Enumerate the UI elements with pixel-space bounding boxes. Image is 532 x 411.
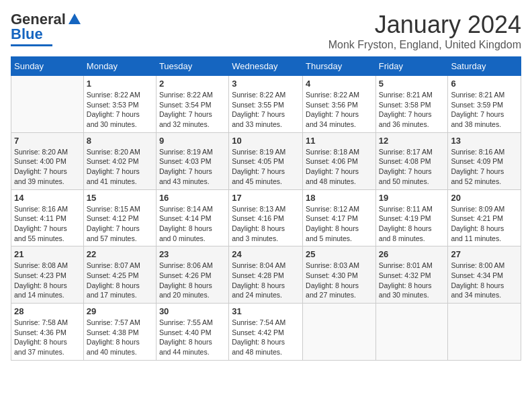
day-info: Sunrise: 8:21 AMSunset: 3:59 PMDaylight:…: [451, 90, 518, 130]
calendar-cell: 7Sunrise: 8:20 AMSunset: 4:00 PMDaylight…: [11, 132, 84, 189]
day-info: Sunrise: 8:22 AMSunset: 3:54 PMDaylight:…: [159, 90, 226, 130]
calendar-cell: 26Sunrise: 8:01 AMSunset: 4:32 PMDayligh…: [375, 246, 448, 304]
calendar-cell: 5Sunrise: 8:21 AMSunset: 3:58 PMDaylight…: [375, 76, 448, 133]
calendar-cell: 22Sunrise: 8:07 AMSunset: 4:25 PMDayligh…: [83, 246, 156, 304]
calendar-location: Monk Fryston, England, United Kingdom: [328, 39, 521, 51]
calendar-cell: 25Sunrise: 8:03 AMSunset: 4:30 PMDayligh…: [303, 246, 376, 304]
calendar-cell: 3Sunrise: 8:22 AMSunset: 3:55 PMDaylight…: [229, 76, 303, 133]
week-row-3: 14Sunrise: 8:16 AMSunset: 4:11 PMDayligh…: [11, 189, 521, 246]
day-info: Sunrise: 8:08 AMSunset: 4:23 PMDaylight:…: [14, 261, 81, 300]
day-info: Sunrise: 8:19 AMSunset: 4:03 PMDaylight:…: [159, 147, 226, 187]
weekday-header-row: SundayMondayTuesdayWednesdayThursdayFrid…: [11, 57, 521, 76]
day-number: 22: [87, 249, 153, 259]
day-number: 10: [232, 136, 300, 146]
day-info: Sunrise: 8:09 AMSunset: 4:21 PMDaylight:…: [451, 204, 518, 244]
week-row-5: 28Sunrise: 7:58 AMSunset: 4:36 PMDayligh…: [11, 304, 521, 361]
day-info: Sunrise: 8:15 AMSunset: 4:12 PMDaylight:…: [87, 204, 153, 244]
day-info: Sunrise: 8:18 AMSunset: 4:06 PMDaylight:…: [306, 147, 373, 187]
calendar-cell: 30Sunrise: 7:55 AMSunset: 4:40 PMDayligh…: [156, 304, 228, 361]
day-number: 30: [159, 306, 226, 316]
calendar-cell: 23Sunrise: 8:06 AMSunset: 4:26 PMDayligh…: [156, 246, 228, 304]
weekday-header-monday: Monday: [83, 57, 156, 76]
calendar-title: January 2024: [328, 11, 521, 39]
calendar-cell: 14Sunrise: 8:16 AMSunset: 4:11 PMDayligh…: [11, 189, 84, 246]
calendar-cell: 11Sunrise: 8:18 AMSunset: 4:06 PMDayligh…: [303, 132, 376, 189]
day-number: 7: [14, 136, 81, 146]
day-number: 28: [14, 306, 81, 316]
day-number: 27: [451, 249, 518, 259]
weekday-header-thursday: Thursday: [303, 57, 376, 76]
svg-marker-0: [69, 13, 81, 24]
day-number: 14: [14, 193, 81, 203]
day-info: Sunrise: 8:22 AMSunset: 3:56 PMDaylight:…: [306, 90, 373, 130]
calendar-cell: 19Sunrise: 8:11 AMSunset: 4:19 PMDayligh…: [375, 189, 448, 246]
calendar-cell: 27Sunrise: 8:00 AMSunset: 4:34 PMDayligh…: [448, 246, 521, 304]
day-number: 26: [379, 249, 445, 259]
calendar-cell: 21Sunrise: 8:08 AMSunset: 4:23 PMDayligh…: [11, 246, 84, 304]
day-number: 20: [451, 193, 518, 203]
day-info: Sunrise: 7:57 AMSunset: 4:38 PMDaylight:…: [87, 318, 153, 357]
day-info: Sunrise: 8:19 AMSunset: 4:05 PMDaylight:…: [232, 147, 300, 187]
day-number: 3: [232, 79, 300, 89]
calendar-cell: 29Sunrise: 7:57 AMSunset: 4:38 PMDayligh…: [83, 304, 156, 361]
day-number: 6: [451, 79, 518, 89]
day-number: 17: [232, 193, 300, 203]
calendar-cell: 6Sunrise: 8:21 AMSunset: 3:59 PMDaylight…: [448, 76, 521, 133]
day-info: Sunrise: 8:03 AMSunset: 4:30 PMDaylight:…: [306, 261, 373, 300]
calendar-cell: 2Sunrise: 8:22 AMSunset: 3:54 PMDaylight…: [156, 76, 228, 133]
day-info: Sunrise: 7:54 AMSunset: 4:42 PMDaylight:…: [232, 318, 300, 357]
day-info: Sunrise: 8:00 AMSunset: 4:34 PMDaylight:…: [451, 261, 518, 300]
calendar-cell: 18Sunrise: 8:12 AMSunset: 4:17 PMDayligh…: [303, 189, 376, 246]
weekday-header-tuesday: Tuesday: [156, 57, 228, 76]
calendar-cell: 24Sunrise: 8:04 AMSunset: 4:28 PMDayligh…: [229, 246, 303, 304]
calendar-cell: 10Sunrise: 8:19 AMSunset: 4:05 PMDayligh…: [229, 132, 303, 189]
day-number: 23: [159, 249, 226, 259]
day-number: 18: [306, 193, 373, 203]
day-number: 2: [159, 79, 226, 89]
weekday-header-friday: Friday: [375, 57, 448, 76]
day-number: 5: [379, 79, 445, 89]
day-number: 19: [379, 193, 445, 203]
day-info: Sunrise: 8:04 AMSunset: 4:28 PMDaylight:…: [232, 261, 300, 300]
day-number: 8: [87, 136, 153, 146]
week-row-1: 1Sunrise: 8:22 AMSunset: 3:53 PMDaylight…: [11, 76, 521, 133]
day-info: Sunrise: 8:22 AMSunset: 3:53 PMDaylight:…: [87, 90, 153, 130]
calendar-cell: [303, 304, 376, 361]
day-info: Sunrise: 8:20 AMSunset: 4:02 PMDaylight:…: [87, 147, 153, 187]
calendar-cell: 4Sunrise: 8:22 AMSunset: 3:56 PMDaylight…: [303, 76, 376, 133]
weekday-header-sunday: Sunday: [11, 57, 84, 76]
day-info: Sunrise: 8:20 AMSunset: 4:00 PMDaylight:…: [14, 147, 81, 187]
day-number: 21: [14, 249, 81, 259]
day-number: 25: [306, 249, 373, 259]
page-header: General Blue January 2024 Monk Fryston, …: [11, 11, 521, 51]
day-number: 11: [306, 136, 373, 146]
day-info: Sunrise: 8:16 AMSunset: 4:11 PMDaylight:…: [14, 204, 81, 244]
day-info: Sunrise: 7:58 AMSunset: 4:36 PMDaylight:…: [14, 318, 81, 357]
calendar-cell: 13Sunrise: 8:16 AMSunset: 4:09 PMDayligh…: [448, 132, 521, 189]
day-number: 1: [87, 79, 153, 89]
calendar-cell: [11, 76, 84, 133]
calendar-cell: 17Sunrise: 8:13 AMSunset: 4:16 PMDayligh…: [229, 189, 303, 246]
logo-icon: [67, 12, 82, 27]
day-info: Sunrise: 8:16 AMSunset: 4:09 PMDaylight:…: [451, 147, 518, 187]
day-number: 24: [232, 249, 300, 259]
day-number: 13: [451, 136, 518, 146]
day-info: Sunrise: 8:07 AMSunset: 4:25 PMDaylight:…: [87, 261, 153, 300]
day-info: Sunrise: 8:21 AMSunset: 3:58 PMDaylight:…: [379, 90, 445, 130]
title-block: January 2024 Monk Fryston, England, Unit…: [328, 11, 521, 51]
calendar-cell: 28Sunrise: 7:58 AMSunset: 4:36 PMDayligh…: [11, 304, 84, 361]
day-info: Sunrise: 8:12 AMSunset: 4:17 PMDaylight:…: [306, 204, 373, 244]
logo: General Blue: [11, 11, 82, 46]
calendar-cell: 9Sunrise: 8:19 AMSunset: 4:03 PMDaylight…: [156, 132, 228, 189]
weekday-header-wednesday: Wednesday: [229, 57, 303, 76]
weekday-header-saturday: Saturday: [448, 57, 521, 76]
day-number: 12: [379, 136, 445, 146]
day-info: Sunrise: 8:22 AMSunset: 3:55 PMDaylight:…: [232, 90, 300, 130]
day-info: Sunrise: 8:11 AMSunset: 4:19 PMDaylight:…: [379, 204, 445, 244]
day-number: 15: [87, 193, 153, 203]
calendar-cell: [448, 304, 521, 361]
day-number: 29: [87, 306, 153, 316]
calendar-cell: 31Sunrise: 7:54 AMSunset: 4:42 PMDayligh…: [229, 304, 303, 361]
logo-blue: Blue: [11, 26, 43, 43]
calendar-cell: 20Sunrise: 8:09 AMSunset: 4:21 PMDayligh…: [448, 189, 521, 246]
